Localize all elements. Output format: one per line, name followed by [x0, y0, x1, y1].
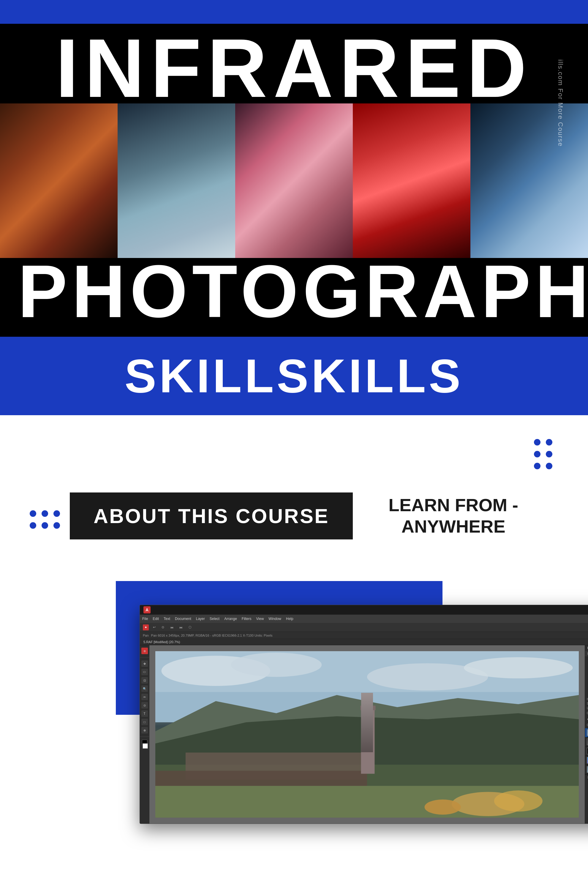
ps-tool-eyedrop[interactable]: 🔍 [141, 685, 148, 692]
hero-title: INFRARED [18, 33, 570, 104]
ps-layers-tabs: Adjustment Layers Effects Styles Stock [585, 716, 588, 722]
ps-toolbar-row: ✦ ↩ ⊙ ⏮ ⏭ ⬡ [140, 623, 588, 632]
dots-left [30, 510, 60, 529]
ps-tool-zoom[interactable]: ⊕ [141, 727, 148, 734]
ps-tool-divider [140, 657, 149, 657]
dot-left-6 [54, 522, 60, 529]
ps-layer-thumb-channel [587, 757, 588, 764]
ps-s-slider-row: S 0 [585, 701, 588, 706]
ps-tab-histogram[interactable]: Histogram [585, 645, 588, 651]
brand-banner: SKILLSKILLS [0, 337, 588, 415]
ps-tab-brushes[interactable]: Brushes [585, 651, 588, 657]
hero-subtitle-block: PHOTOGRAPHY [0, 258, 588, 337]
dot-left-1 [30, 510, 36, 517]
ps-canvas-inner [155, 651, 579, 818]
ps-tool-prev[interactable]: ⏮ [168, 625, 175, 630]
preview-section: A File Edit Text Document Layer Select A… [0, 563, 588, 830]
svg-point-16 [424, 799, 461, 815]
about-badge-text: ABOUT THIS COURSE [93, 505, 329, 527]
ps-tool-next[interactable]: ⏭ [178, 625, 184, 630]
ps-layer-thumb-curves [587, 739, 588, 745]
ps-filename: 5.RAF [Modified] (20.7%) [143, 640, 180, 644]
ps-canvas-area [149, 645, 585, 824]
ps-main-area: ⊕ ✥ ⬭ ⊡ 🔍 ✏ ⊙ T □ ⊕ [140, 645, 588, 824]
photoshop-mockup: A File Edit Text Document Layer Select A… [140, 605, 588, 824]
ps-opacity-row: Opacity 100 % [585, 710, 588, 716]
brand-name: SKILLSKILLS [18, 349, 570, 403]
about-badge: ABOUT THIS COURSE [70, 492, 353, 539]
ps-l-slider-row: L 100 [585, 706, 588, 710]
ps-left-toolbar: ⊕ ✥ ⬭ ⊡ 🔍 ✏ ⊙ T □ ⊕ [140, 645, 149, 824]
menu-arrange[interactable]: Arrange [224, 617, 237, 621]
ps-photo-svg [155, 651, 579, 818]
menu-text[interactable]: Text [164, 617, 170, 621]
ps-filename-tab: 5.RAF [Modified] (20.7%) [140, 639, 588, 645]
ps-layer-curves[interactable]: Curves Adjustment 👁 [585, 737, 588, 746]
svg-point-15 [494, 790, 543, 811]
ps-layer-thumb-bg [587, 766, 588, 773]
ps-tool-text[interactable]: T [141, 710, 148, 717]
hero-image-5 [470, 104, 588, 258]
ps-tool-paint[interactable]: ✏ [141, 694, 148, 700]
ps-layer-paint[interactable]: Paint 👁 [585, 728, 588, 737]
menu-select[interactable]: Select [210, 617, 219, 621]
ps-l-label: L [587, 707, 588, 710]
dot-left-4 [30, 522, 36, 529]
ps-tool-share[interactable]: ⬡ [187, 625, 194, 630]
ps-tool-arrow[interactable]: ↩ [151, 625, 158, 630]
ps-tool-select-icon[interactable]: ⊕ [141, 648, 148, 654]
ps-color-area: ◆ HSL [585, 657, 588, 697]
ps-color-swatches [141, 740, 148, 749]
ps-photo-infrared [155, 651, 579, 818]
ps-layer-thumb-gradient [587, 748, 588, 754]
ps-layer-thumb-paint [587, 730, 588, 736]
ps-tool-move[interactable]: ✥ [141, 660, 148, 667]
ps-tool-shape[interactable]: □ [141, 719, 148, 725]
ps-opacity-opt-label: Opacity: [587, 724, 588, 727]
menu-view[interactable]: View [256, 617, 264, 621]
menu-window[interactable]: Window [268, 617, 281, 621]
svg-point-5 [464, 657, 573, 678]
ps-titlebar: A [140, 605, 588, 615]
dot-3 [534, 451, 540, 457]
dot-6 [546, 463, 552, 469]
ps-layer-background[interactable]: Background 👁 [585, 765, 588, 774]
ps-tool-lasso[interactable]: ⬭ [141, 669, 148, 675]
dot-left-3 [54, 510, 60, 517]
ps-bottombar: Navigator X:m Y:s Cho 32P [585, 774, 588, 781]
menu-edit[interactable]: Edit [153, 617, 159, 621]
learn-from-text: LEARN FROM - ANYWHERE [388, 495, 518, 537]
ps-layers-tab-adjustment[interactable]: Adjustment [585, 716, 588, 722]
ps-layer-channel[interactable]: Channel Mixer Adjustment 👁 [585, 756, 588, 765]
ps-layer-gradient[interactable]: Gradient Map Adjustment 👁 [585, 746, 588, 756]
ps-image-info: Pan 6016 x 3456px, 20.79MP, RGBA/16 - sR… [151, 634, 273, 637]
menu-file[interactable]: File [142, 617, 148, 621]
ps-tool-clone[interactable]: ⊙ [141, 702, 148, 709]
hero-title-block: INFRARED [0, 24, 588, 104]
hero-images-row [0, 104, 588, 258]
ps-tool-crop[interactable]: ⊡ [141, 677, 148, 684]
menu-layer[interactable]: Layer [196, 617, 205, 621]
dot-5 [534, 463, 540, 469]
hero-section: INFRARED PHOTOGRAPHY ills.com For More C… [0, 0, 588, 337]
dot-2 [546, 439, 552, 445]
ps-info-bar: Pan Pan 6016 x 3456px, 20.79MP, RGBA/16 … [140, 632, 588, 639]
hero-image-2 [118, 104, 235, 258]
menu-document[interactable]: Document [175, 617, 191, 621]
svg-rect-12 [360, 705, 376, 710]
hero-image-1 [0, 104, 118, 258]
dot-1 [534, 439, 540, 445]
hero-watermark: ills.com For More Course [556, 59, 564, 147]
page-bottom [0, 830, 588, 883]
menu-help[interactable]: Help [286, 617, 293, 621]
hero-subtitle: PHOTOGRAPHY [18, 258, 570, 325]
svg-rect-11 [361, 707, 375, 774]
about-row: ABOUT THIS COURSE LEARN FROM - ANYWHERE [30, 492, 558, 539]
menu-filters[interactable]: Filters [242, 617, 252, 621]
ps-h-label: H [587, 698, 588, 701]
hero-blue-bar-top [0, 0, 588, 24]
dots-right [534, 439, 552, 469]
info-section: ABOUT THIS COURSE LEARN FROM - ANYWHERE [0, 415, 588, 563]
ps-bg-color[interactable] [142, 743, 148, 749]
ps-tool-nav[interactable]: ⊙ [160, 625, 166, 630]
